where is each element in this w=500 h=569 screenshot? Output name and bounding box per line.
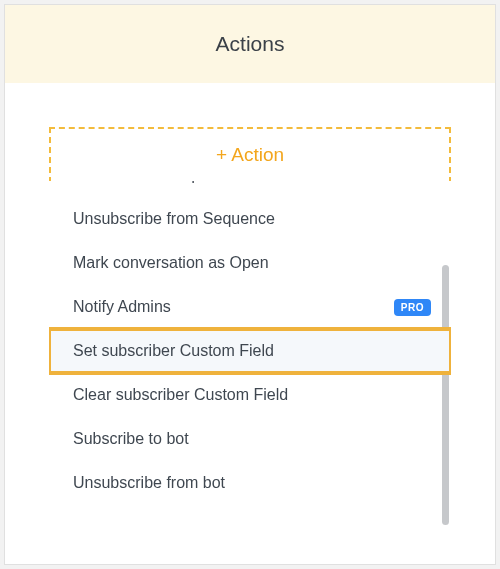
action-option[interactable]: Notify AdminsPRO [49,285,451,329]
action-option-label: Set subscriber Custom Field [73,342,274,360]
action-option-label: Clear subscriber Custom Field [73,386,288,404]
dropdown-scrollbar-thumb[interactable] [442,265,449,525]
add-action-button[interactable]: + Action [49,127,451,183]
action-option[interactable]: Mark conversation as Open [49,241,451,285]
actions-panel: Actions + Action Subscribe to SequenceUn… [4,4,496,565]
action-option-label: Subscribe to Sequence [73,181,238,184]
panel-body: + Action Subscribe to SequenceUnsubscrib… [5,83,495,531]
action-option-label: Unsubscribe from Sequence [73,210,275,228]
add-action-label: + Action [216,144,284,166]
action-dropdown-list[interactable]: Subscribe to SequenceUnsubscribe from Se… [49,181,451,531]
action-option-label: Subscribe to bot [73,430,189,448]
action-option[interactable]: Unsubscribe from bot [49,461,451,505]
panel-header: Actions [5,5,495,83]
action-option[interactable]: Clear subscriber Custom Field [49,373,451,417]
action-option[interactable]: Subscribe to Sequence [49,181,451,197]
action-dropdown: Subscribe to SequenceUnsubscribe from Se… [49,181,451,531]
panel-title: Actions [216,32,285,56]
action-option-label: Unsubscribe from bot [73,474,225,492]
action-option[interactable]: Set subscriber Custom Field [49,329,451,373]
action-option[interactable]: Subscribe to bot [49,417,451,461]
action-option[interactable]: Unsubscribe from Sequence [49,197,451,241]
pro-badge: PRO [394,299,431,316]
action-option-label: Mark conversation as Open [73,254,269,272]
action-option-label: Notify Admins [73,298,171,316]
